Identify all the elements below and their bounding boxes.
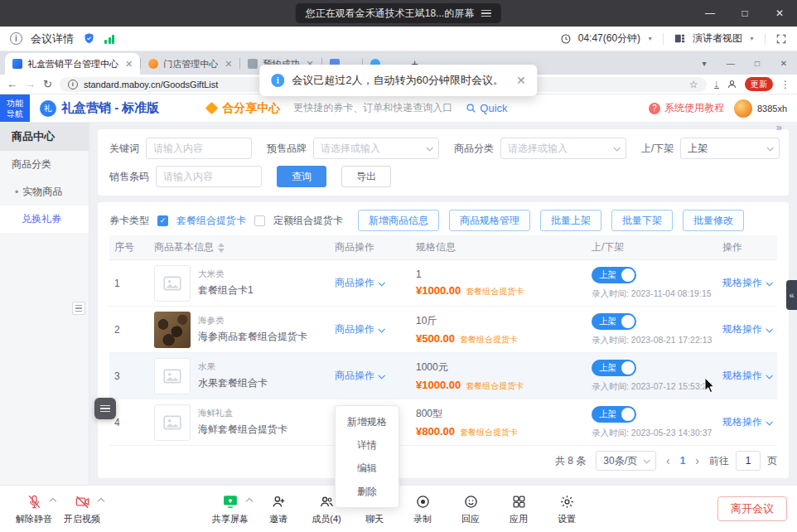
maximize-button[interactable]: □ [727, 0, 762, 27]
export-button[interactable]: 导出 [341, 166, 391, 187]
settings-button[interactable]: 设置 [543, 492, 591, 525]
menu-item-add-spec[interactable]: 新增规格 [336, 410, 398, 433]
batch-off-shelf-button[interactable]: 批量下架 [611, 210, 673, 231]
batch-edit-button[interactable]: 批量修改 [683, 210, 744, 231]
meeting-details-button[interactable]: 会议详情 [31, 31, 74, 46]
sidebar-item-categories[interactable]: 商品分类 [0, 151, 89, 178]
prev-page-icon[interactable]: ‹ [666, 454, 670, 467]
status-toggle[interactable]: 上架 [592, 313, 636, 330]
share-screen-button[interactable]: 共享屏幕 [206, 492, 254, 525]
tab-close-icon[interactable]: ✕ [125, 59, 133, 70]
reload-icon[interactable]: ↻ [43, 79, 52, 89]
product-action-link[interactable]: 商品操作 [335, 322, 384, 336]
menu-item-delete[interactable]: 删除 [336, 480, 398, 503]
status-toggle[interactable]: 上架 [592, 267, 636, 283]
status-toggle[interactable]: 上架 [592, 360, 636, 376]
watching-banner-text: 您正在观看金禾通技术王斌18...的屏幕 [306, 7, 474, 21]
apps-button[interactable]: 应用 [495, 492, 543, 525]
search-button[interactable]: 查询 [277, 166, 326, 187]
minimize-button[interactable]: — [693, 0, 727, 27]
sidebar-collapse-handle[interactable] [72, 302, 85, 315]
col-spec: 规格信息 [411, 240, 587, 254]
card-tag: 套餐组合提货卡 [460, 335, 518, 344]
site-info-icon[interactable]: i [68, 80, 78, 89]
chevron-up-icon[interactable] [98, 498, 104, 505]
current-page[interactable]: 1 [680, 455, 686, 467]
menu-item-detail[interactable]: 详情 [336, 433, 398, 457]
update-badge[interactable]: 更新 [745, 77, 773, 91]
user-avatar[interactable] [734, 99, 752, 118]
app-header: 功能导航 礼 礼盒营销 - 标准版 合分享中心 更快捷的券卡、订单和快递查询入口… [0, 94, 797, 123]
record-button[interactable]: 录制 [398, 492, 447, 525]
browser-menu-icon[interactable]: ⋮ [780, 79, 790, 90]
banner-menu-icon[interactable] [481, 10, 491, 17]
checkbox-combo-card-label[interactable]: 套餐组合提货卡 [176, 214, 246, 228]
brand-select[interactable]: 请选择或输入 [313, 138, 439, 159]
sidebar-section-product-center[interactable]: 商品中心 [0, 123, 89, 151]
spec-action-link[interactable]: 规格操作 [722, 322, 771, 336]
close-button[interactable]: ✕ [762, 0, 797, 27]
spec-action-link[interactable]: 规格操作 [722, 369, 771, 383]
back-icon[interactable]: ← [7, 79, 17, 89]
start-video-button[interactable]: 开启视频 [58, 492, 106, 525]
browser-close-button[interactable]: ✕ [770, 59, 797, 68]
brand[interactable]: 礼 礼盒营销 - 标准版 [40, 100, 159, 117]
category-label: 商品分类 [454, 142, 494, 156]
shield-check-icon[interactable] [82, 31, 96, 46]
meeting-toolbar-top: i 会议详情 04:47(60分钟) ▼ 演讲者视图 ▼ [0, 27, 797, 51]
view-mode-selector[interactable]: 演讲者视图 [693, 31, 742, 46]
checkbox-fixed-card[interactable] [254, 215, 265, 226]
spec-action-link[interactable]: 规格操作 [722, 276, 771, 290]
browser-minimize-button[interactable]: — [717, 59, 744, 68]
sidebar-item-gift-vouchers[interactable]: 兑换礼券 [0, 206, 89, 233]
download-icon[interactable]: ↓ [714, 80, 720, 89]
spec-manage-button[interactable]: 商品规格管理 [449, 210, 530, 231]
window-titlebar: 您正在观看金禾通技术王斌18...的屏幕 — □ ✕ [0, 0, 797, 27]
profile-icon[interactable] [727, 79, 737, 89]
view-dropdown-icon[interactable]: ▼ [749, 36, 755, 41]
barcode-input[interactable] [156, 166, 262, 187]
chevron-up-icon[interactable] [246, 498, 253, 505]
unmute-button[interactable]: 解除静音 [10, 492, 58, 525]
right-edge-handle[interactable]: « [786, 280, 797, 310]
share-center-link[interactable]: 合分享中心 [207, 101, 280, 116]
sort-icon[interactable] [218, 243, 225, 253]
next-page-icon[interactable]: › [695, 454, 699, 467]
invite-button[interactable]: 邀请 [254, 492, 302, 525]
status-toggle[interactable]: 上架 [592, 406, 636, 423]
goto-page-input[interactable] [736, 451, 761, 471]
tab-close-icon[interactable]: ✕ [225, 59, 232, 70]
batch-on-shelf-button[interactable]: 批量上架 [540, 210, 601, 231]
browser-tab[interactable]: 门店管理中心 ✕ [141, 53, 239, 75]
checkbox-combo-card[interactable]: ✓ [157, 215, 168, 226]
sidebar-item-physical-goods[interactable]: •实物商品 [0, 178, 89, 206]
fullscreen-icon[interactable] [775, 33, 787, 45]
chevron-up-icon[interactable] [50, 498, 56, 505]
leave-meeting-button[interactable]: 离开会议 [717, 496, 787, 521]
add-product-button[interactable]: 新增商品信息 [358, 210, 439, 231]
product-action-link[interactable]: 商品操作 [335, 276, 384, 290]
apps-grid-icon [511, 494, 527, 510]
category-select[interactable]: 请选择或输入 [500, 138, 626, 159]
panel-collapse-icon[interactable]: » [776, 121, 780, 133]
react-button[interactable]: 回应 [447, 492, 495, 525]
spec-action-link[interactable]: 规格操作 [722, 415, 771, 429]
product-category: 大米类 [198, 268, 254, 280]
bookmark-star-icon[interactable]: ☆ [689, 79, 698, 90]
tab-search-icon[interactable]: ▾ [691, 59, 717, 68]
function-nav-button[interactable]: 功能导航 [0, 94, 30, 122]
floating-annotation-button[interactable] [94, 398, 116, 419]
menu-item-edit[interactable]: 编辑 [336, 457, 398, 480]
checkbox-fixed-card-label[interactable]: 定额组合提货卡 [273, 214, 343, 228]
page-size-select[interactable]: 30条/页 [596, 451, 656, 471]
timer-dropdown-icon[interactable]: ▼ [647, 36, 653, 41]
forward-icon[interactable]: → [25, 79, 36, 89]
browser-maximize-button[interactable]: □ [744, 59, 770, 68]
product-action-link[interactable]: 商品操作 [335, 369, 384, 383]
status-select[interactable]: 上架 [680, 138, 780, 159]
keyword-input[interactable] [146, 138, 252, 159]
quick-search-link[interactable]: Quick [466, 102, 507, 114]
browser-tab-active[interactable]: 礼盒营销平台管理中心 ✕ [5, 53, 140, 75]
toast-close-icon[interactable]: ✕ [516, 74, 526, 87]
tutorial-link[interactable]: ? 系统使用教程 [649, 101, 724, 115]
